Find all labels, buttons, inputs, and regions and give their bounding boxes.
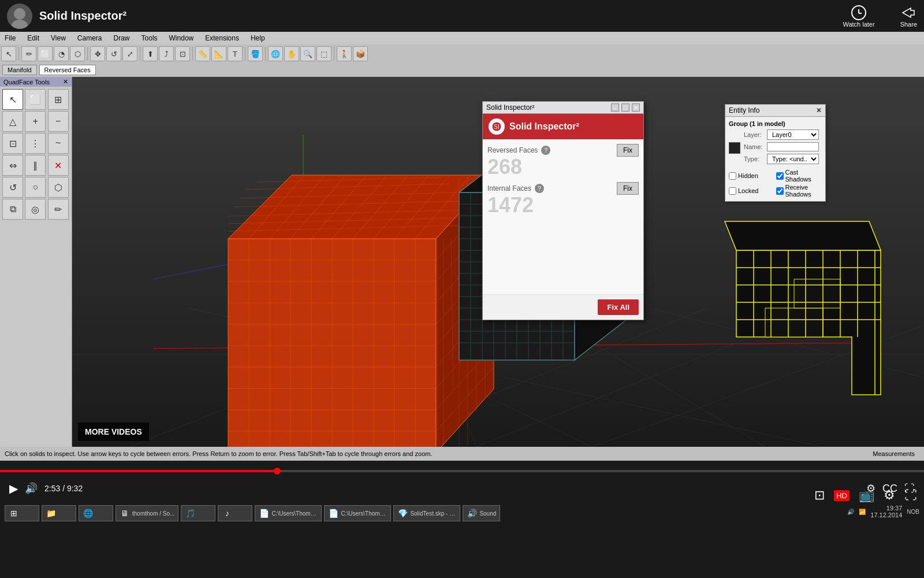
page-title: Solid Inspector² <box>39 9 843 23</box>
tool-scale[interactable]: ⤢ <box>122 46 137 61</box>
ei-cast-shadows-checkbox[interactable] <box>776 172 784 180</box>
st-connect[interactable]: + <box>25 111 46 132</box>
rf-info-icon[interactable]: ? <box>541 146 550 155</box>
si-body: Reversed Faces ? Fix 268 Internal Faces … <box>483 139 643 294</box>
quality-badge[interactable]: HD <box>834 490 850 501</box>
share-button[interactable]: Share <box>900 5 917 28</box>
st-uv[interactable]: ⧉ <box>2 199 23 220</box>
st-ring[interactable]: ○ <box>25 177 46 198</box>
ei-type-dropdown[interactable]: Type: <und...> <box>767 154 819 164</box>
ei-hidden-checkbox[interactable] <box>729 172 736 180</box>
fullscreen-btn[interactable]: ⛶ <box>904 488 917 503</box>
tool-follow-me[interactable]: ⤴ <box>159 46 174 61</box>
menu-help[interactable]: Help <box>248 34 267 42</box>
si-close[interactable]: ✕ <box>632 103 640 112</box>
menu-edit[interactable]: Edit <box>25 34 42 42</box>
start-icon: ⊞ <box>9 508 19 518</box>
sidebar-close-icon[interactable]: ✕ <box>63 78 68 86</box>
menu-view[interactable]: View <box>49 34 68 42</box>
ei-receive-shadows-checkbox[interactable] <box>776 187 784 195</box>
tool-components[interactable]: 📦 <box>353 46 368 61</box>
taskbar-doc1[interactable]: 📄 C:\Users\Thoma... <box>255 505 322 521</box>
tray-volume[interactable]: 🔊 <box>847 509 854 515</box>
ei-type-label: Type: <box>744 155 767 162</box>
tool-zoom-window[interactable]: ⬚ <box>316 46 331 61</box>
play-button[interactable]: ▶ <box>9 481 18 495</box>
st-fill[interactable]: ⬡ <box>48 177 69 198</box>
st-edge[interactable]: ∥ <box>25 155 46 176</box>
watch-later-button[interactable]: Watch later <box>843 5 874 28</box>
menu-extensions[interactable]: Extensions <box>203 34 241 42</box>
st-loop[interactable]: ↺ <box>2 177 23 198</box>
st-x[interactable]: ✕ <box>48 155 69 176</box>
if-info-icon[interactable]: ? <box>535 184 544 193</box>
menu-file[interactable]: File <box>2 34 18 42</box>
tool-orbit[interactable]: 🌐 <box>268 46 283 61</box>
taskbar-midi[interactable]: ♪ <box>218 505 252 521</box>
tool-tape[interactable]: 📏 <box>195 46 210 61</box>
taskbar-thomthom[interactable]: 🖥 thomthom / So... <box>116 505 178 521</box>
tab-manifold[interactable]: Manifold <box>2 65 37 75</box>
taskbar-sound[interactable]: 🔊 Sound <box>463 505 500 521</box>
st-quad[interactable]: ⬜ <box>25 89 46 110</box>
st-obj[interactable]: ◎ <box>25 199 46 220</box>
si-header-title: Solid Inspector² <box>509 121 579 132</box>
tool-protractor[interactable]: 📐 <box>211 46 226 61</box>
more-videos-badge[interactable]: MORE VIDEOS <box>78 423 149 441</box>
tool-shape[interactable]: ⬡ <box>70 46 85 61</box>
st-merge[interactable]: ⊡ <box>2 133 23 154</box>
language-indicator[interactable]: NOB <box>907 509 919 515</box>
ei-layer-dropdown[interactable]: Layer0 <box>767 129 819 140</box>
menu-camera[interactable]: Camera <box>75 34 105 42</box>
tool-push-pull[interactable]: ⬆ <box>143 46 158 61</box>
taskbar-start[interactable]: ⊞ <box>5 505 39 521</box>
st-minus[interactable]: − <box>48 111 69 132</box>
si-minimize[interactable]: – <box>611 103 619 112</box>
tool-text[interactable]: T <box>228 46 243 61</box>
tool-paint[interactable]: 🪣 <box>248 46 263 61</box>
viewport[interactable]: Solid Inspector² – □ ✕ SI Solid Inspecto… <box>72 77 924 447</box>
settings-btn[interactable]: ⚙ <box>884 488 895 503</box>
tool-rotate[interactable]: ↺ <box>106 46 121 61</box>
taskbar-doc2[interactable]: 📄 C:\Users\Thoma... <box>324 505 391 521</box>
menu-tools[interactable]: Tools <box>139 34 160 42</box>
menu-window[interactable]: Window <box>167 34 196 42</box>
taskbar-music[interactable]: 🎵 <box>181 505 215 521</box>
subtitles-icon[interactable]: ⊡ <box>814 488 825 503</box>
taskbar-browser[interactable]: 🌐 <box>79 505 113 521</box>
taskbar-sketchup[interactable]: 💎 SolidTest.skp - S... <box>393 505 460 521</box>
ei-close-icon[interactable]: ✕ <box>816 106 822 114</box>
si-maximize[interactable]: □ <box>621 103 629 112</box>
rf-fix-button[interactable]: Fix <box>617 144 639 157</box>
if-fix-button[interactable]: Fix <box>617 182 639 195</box>
ei-locked-checkbox[interactable] <box>729 187 736 195</box>
taskbar-file-manager[interactable]: 📁 <box>42 505 76 521</box>
tool-select[interactable]: ↖ <box>1 46 16 61</box>
tool-erase[interactable]: ⬜ <box>38 46 53 61</box>
tool-zoom[interactable]: 🔍 <box>300 46 315 61</box>
fix-all-button[interactable]: Fix All <box>598 299 639 315</box>
st-grid[interactable]: ⊞ <box>48 89 69 110</box>
tray-network[interactable]: 📶 <box>859 509 866 515</box>
tool-move[interactable]: ✥ <box>90 46 105 61</box>
progress-thumb[interactable] <box>274 468 281 475</box>
menu-draw[interactable]: Draw <box>111 34 132 42</box>
st-pen[interactable]: ✏ <box>48 199 69 220</box>
volume-icon[interactable]: 🔊 <box>25 482 38 495</box>
tab-reversed-faces[interactable]: Reversed Faces <box>39 65 96 75</box>
ei-color-swatch[interactable] <box>729 142 740 154</box>
ei-name-input[interactable] <box>767 142 819 151</box>
tool-offset[interactable]: ⊡ <box>175 46 190 61</box>
si-header: SI Solid Inspector² <box>483 114 643 139</box>
st-select[interactable]: ↖ <box>2 89 23 110</box>
tool-pan[interactable]: ✋ <box>284 46 299 61</box>
progress-bar[interactable] <box>0 470 924 472</box>
st-tris[interactable]: △ <box>2 111 23 132</box>
tool-arc[interactable]: ◔ <box>54 46 69 61</box>
tool-pencil[interactable]: ✏ <box>21 46 36 61</box>
tool-walk[interactable]: 🚶 <box>337 46 352 61</box>
st-smooth[interactable]: ~ <box>48 133 69 154</box>
st-flip[interactable]: ⇔ <box>2 155 23 176</box>
cast-icon[interactable]: 📺 <box>859 488 874 503</box>
st-subdivide[interactable]: ⋮ <box>25 133 46 154</box>
